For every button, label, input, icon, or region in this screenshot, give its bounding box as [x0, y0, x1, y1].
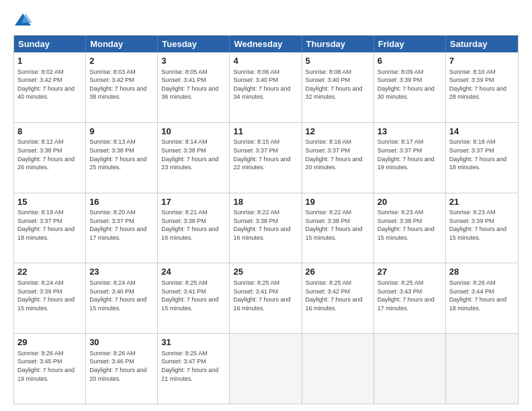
day-number: 24	[161, 266, 226, 278]
calendar-cell: 2Sunrise: 8:03 AMSunset: 3:42 PMDaylight…	[86, 52, 158, 122]
calendar-cell: 1Sunrise: 8:02 AMSunset: 3:42 PMDaylight…	[14, 52, 86, 122]
cell-info: Sunrise: 8:12 AMSunset: 3:38 PMDaylight:…	[17, 138, 82, 171]
day-number: 30	[89, 336, 154, 349]
calendar-cell: 21Sunrise: 8:23 AMSunset: 3:39 PMDayligh…	[446, 193, 518, 263]
page: SundayMondayTuesdayWednesdayThursdayFrid…	[0, 0, 532, 411]
calendar-cell: 15Sunrise: 8:19 AMSunset: 3:37 PMDayligh…	[14, 193, 86, 263]
header	[13, 11, 519, 30]
header-day-wednesday: Wednesday	[230, 36, 302, 52]
calendar-cell: 8Sunrise: 8:12 AMSunset: 3:38 PMDaylight…	[14, 123, 86, 193]
day-number: 11	[233, 126, 298, 138]
day-number: 26	[306, 266, 370, 278]
header-day-tuesday: Tuesday	[158, 36, 230, 52]
cell-info: Sunrise: 8:26 AMSunset: 3:46 PMDaylight:…	[89, 349, 154, 383]
cell-info: Sunrise: 8:03 AMSunset: 3:42 PMDaylight:…	[89, 68, 154, 101]
day-number: 7	[449, 55, 515, 67]
cell-info: Sunrise: 8:13 AMSunset: 3:38 PMDaylight:…	[89, 138, 154, 171]
calendar-cell: 13Sunrise: 8:17 AMSunset: 3:37 PMDayligh…	[374, 123, 446, 193]
cell-info: Sunrise: 8:26 AMSunset: 3:44 PMDaylight:…	[449, 279, 515, 312]
calendar-row-4: 29Sunrise: 8:26 AMSunset: 3:45 PMDayligh…	[14, 333, 518, 404]
cell-info: Sunrise: 8:23 AMSunset: 3:38 PMDaylight:…	[378, 208, 442, 242]
calendar: SundayMondayTuesdayWednesdayThursdayFrid…	[13, 35, 519, 404]
cell-info: Sunrise: 8:17 AMSunset: 3:37 PMDaylight:…	[378, 138, 442, 171]
cell-info: Sunrise: 8:25 AMSunset: 3:42 PMDaylight:…	[306, 279, 370, 312]
calendar-cell: 18Sunrise: 8:22 AMSunset: 3:38 PMDayligh…	[230, 193, 302, 263]
calendar-row-3: 22Sunrise: 8:24 AMSunset: 3:39 PMDayligh…	[14, 263, 518, 333]
calendar-row-0: 1Sunrise: 8:02 AMSunset: 3:42 PMDaylight…	[14, 52, 518, 122]
calendar-cell: 19Sunrise: 8:22 AMSunset: 3:38 PMDayligh…	[302, 193, 374, 263]
day-number: 25	[233, 266, 298, 278]
cell-info: Sunrise: 8:26 AMSunset: 3:45 PMDaylight:…	[17, 349, 82, 383]
cell-info: Sunrise: 8:24 AMSunset: 3:39 PMDaylight:…	[17, 279, 82, 312]
cell-info: Sunrise: 8:06 AMSunset: 3:40 PMDaylight:…	[233, 68, 298, 101]
calendar-cell: 16Sunrise: 8:20 AMSunset: 3:37 PMDayligh…	[86, 193, 158, 263]
cell-info: Sunrise: 8:22 AMSunset: 3:38 PMDaylight:…	[306, 208, 370, 242]
calendar-cell: 23Sunrise: 8:24 AMSunset: 3:40 PMDayligh…	[86, 263, 158, 333]
header-day-sunday: Sunday	[14, 36, 86, 52]
calendar-cell: 17Sunrise: 8:21 AMSunset: 3:38 PMDayligh…	[158, 193, 230, 263]
header-day-monday: Monday	[86, 36, 158, 52]
cell-info: Sunrise: 8:19 AMSunset: 3:37 PMDaylight:…	[17, 208, 82, 242]
calendar-cell	[230, 334, 302, 404]
day-number: 4	[233, 55, 298, 67]
day-number: 6	[378, 55, 442, 67]
cell-info: Sunrise: 8:14 AMSunset: 3:38 PMDaylight:…	[161, 138, 226, 171]
cell-info: Sunrise: 8:10 AMSunset: 3:39 PMDaylight:…	[449, 68, 515, 101]
calendar-cell: 14Sunrise: 8:18 AMSunset: 3:37 PMDayligh…	[446, 123, 518, 193]
day-number: 20	[378, 196, 442, 208]
cell-info: Sunrise: 8:24 AMSunset: 3:40 PMDaylight:…	[89, 279, 154, 312]
header-day-friday: Friday	[374, 36, 446, 52]
cell-info: Sunrise: 8:08 AMSunset: 3:40 PMDaylight:…	[306, 68, 370, 101]
cell-info: Sunrise: 8:05 AMSunset: 3:41 PMDaylight:…	[161, 68, 226, 101]
day-number: 12	[306, 126, 370, 138]
cell-info: Sunrise: 8:25 AMSunset: 3:41 PMDaylight:…	[161, 279, 226, 312]
calendar-cell: 20Sunrise: 8:23 AMSunset: 3:38 PMDayligh…	[374, 193, 446, 263]
cell-info: Sunrise: 8:15 AMSunset: 3:37 PMDaylight:…	[233, 138, 298, 171]
day-number: 8	[17, 126, 82, 138]
cell-info: Sunrise: 8:16 AMSunset: 3:37 PMDaylight:…	[306, 138, 370, 171]
cell-info: Sunrise: 8:02 AMSunset: 3:42 PMDaylight:…	[17, 68, 82, 101]
header-day-thursday: Thursday	[302, 36, 374, 52]
calendar-cell: 29Sunrise: 8:26 AMSunset: 3:45 PMDayligh…	[14, 334, 86, 404]
calendar-cell	[302, 334, 374, 404]
day-number: 19	[306, 196, 370, 208]
calendar-cell: 12Sunrise: 8:16 AMSunset: 3:37 PMDayligh…	[302, 123, 374, 193]
calendar-cell: 28Sunrise: 8:26 AMSunset: 3:44 PMDayligh…	[446, 263, 518, 333]
calendar-cell: 25Sunrise: 8:25 AMSunset: 3:41 PMDayligh…	[230, 263, 302, 333]
calendar-cell: 7Sunrise: 8:10 AMSunset: 3:39 PMDaylight…	[446, 52, 518, 122]
day-number: 28	[449, 266, 515, 278]
logo-icon	[13, 11, 32, 30]
calendar-row-2: 15Sunrise: 8:19 AMSunset: 3:37 PMDayligh…	[14, 193, 518, 263]
cell-info: Sunrise: 8:23 AMSunset: 3:39 PMDaylight:…	[449, 208, 515, 242]
calendar-cell: 11Sunrise: 8:15 AMSunset: 3:37 PMDayligh…	[230, 123, 302, 193]
day-number: 23	[89, 266, 154, 278]
cell-info: Sunrise: 8:21 AMSunset: 3:38 PMDaylight:…	[161, 208, 226, 242]
day-number: 22	[17, 266, 82, 278]
cell-info: Sunrise: 8:20 AMSunset: 3:37 PMDaylight:…	[89, 208, 154, 242]
calendar-cell: 10Sunrise: 8:14 AMSunset: 3:38 PMDayligh…	[158, 123, 230, 193]
logo	[13, 11, 35, 30]
day-number: 27	[378, 266, 442, 278]
calendar-cell: 3Sunrise: 8:05 AMSunset: 3:41 PMDaylight…	[158, 52, 230, 122]
day-number: 16	[89, 196, 154, 208]
calendar-cell: 9Sunrise: 8:13 AMSunset: 3:38 PMDaylight…	[86, 123, 158, 193]
day-number: 2	[89, 55, 154, 67]
cell-info: Sunrise: 8:22 AMSunset: 3:38 PMDaylight:…	[233, 208, 298, 242]
day-number: 14	[449, 126, 515, 138]
day-number: 18	[233, 196, 298, 208]
calendar-body: 1Sunrise: 8:02 AMSunset: 3:42 PMDaylight…	[14, 52, 518, 404]
calendar-cell: 6Sunrise: 8:09 AMSunset: 3:39 PMDaylight…	[374, 52, 446, 122]
header-day-saturday: Saturday	[446, 36, 518, 52]
calendar-cell: 5Sunrise: 8:08 AMSunset: 3:40 PMDaylight…	[302, 52, 374, 122]
calendar-cell: 30Sunrise: 8:26 AMSunset: 3:46 PMDayligh…	[86, 334, 158, 404]
day-number: 3	[161, 55, 226, 67]
calendar-cell	[374, 334, 446, 404]
day-number: 10	[161, 126, 226, 138]
cell-info: Sunrise: 8:25 AMSunset: 3:41 PMDaylight:…	[233, 279, 298, 312]
calendar-cell: 26Sunrise: 8:25 AMSunset: 3:42 PMDayligh…	[302, 263, 374, 333]
day-number: 13	[378, 126, 442, 138]
cell-info: Sunrise: 8:25 AMSunset: 3:43 PMDaylight:…	[378, 279, 442, 312]
day-number: 5	[306, 55, 370, 67]
day-number: 1	[17, 55, 82, 67]
calendar-cell: 24Sunrise: 8:25 AMSunset: 3:41 PMDayligh…	[158, 263, 230, 333]
